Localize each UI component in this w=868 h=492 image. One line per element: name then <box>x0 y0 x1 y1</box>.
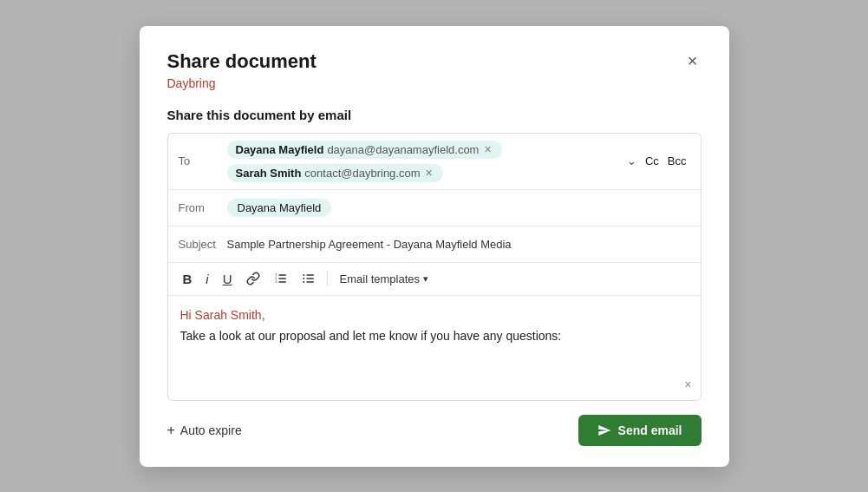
auto-expire-label: Auto expire <box>180 423 242 437</box>
expand-recipients-button[interactable]: ⌄ <box>623 153 640 169</box>
modal-header: Share document × <box>167 50 702 73</box>
share-document-modal: Share document × Daybring Share this doc… <box>140 26 729 467</box>
recipient-email-1: contact@daybring.com <box>304 167 420 180</box>
ordered-list-icon: 1 2 3 <box>274 272 288 285</box>
remove-recipient-1[interactable]: × <box>424 167 434 179</box>
to-row: To Dayana Mayfield dayana@dayanamayfield… <box>168 134 701 190</box>
bold-button[interactable]: B <box>177 268 199 290</box>
svg-point-10 <box>303 278 304 279</box>
italic-button[interactable]: i <box>199 268 214 290</box>
modal-subtitle: Daybring <box>167 76 702 90</box>
auto-expire-button[interactable]: + Auto expire <box>167 423 242 438</box>
scroll-down-button[interactable]: × <box>684 377 691 391</box>
svg-point-11 <box>303 281 304 283</box>
remove-recipient-0[interactable]: × <box>482 143 493 155</box>
link-icon <box>246 272 260 285</box>
recipient-tag-0: Dayana Mayfield dayana@dayanamayfield.co… <box>227 141 502 159</box>
email-line1: Take a look at our proposal and let me k… <box>180 329 689 343</box>
email-greeting: Hi Sarah Smith, <box>180 308 689 322</box>
to-label: To <box>179 154 227 167</box>
recipient-name-0: Dayana Mayfield <box>236 143 324 156</box>
email-templates-label: Email templates <box>340 272 420 285</box>
modal-footer: + Auto expire Send email <box>167 415 702 446</box>
recipient-name-1: Sarah Smith <box>236 167 302 180</box>
recipient-tag-1: Sarah Smith contact@daybring.com × <box>227 164 443 182</box>
link-button[interactable] <box>240 268 266 289</box>
svg-text:3: 3 <box>275 279 277 284</box>
recipient-email-0: dayana@dayanamayfield.com <box>327 143 479 156</box>
email-form: To Dayana Mayfield dayana@dayanamayfield… <box>167 133 702 401</box>
from-content: Dayana Mayfield <box>227 199 690 217</box>
send-email-button[interactable]: Send email <box>578 415 702 446</box>
to-row-actions: ⌄ Cc Bcc <box>623 153 690 169</box>
send-icon <box>597 423 611 437</box>
modal-overlay: Share document × Daybring Share this doc… <box>0 0 868 492</box>
plus-icon: + <box>167 423 175 438</box>
section-label: Share this document by email <box>167 108 702 122</box>
close-button[interactable]: × <box>684 50 702 71</box>
unordered-list-button[interactable] <box>296 268 322 289</box>
from-row: From Dayana Mayfield <box>168 190 701 226</box>
subject-content <box>227 238 690 251</box>
from-label: From <box>179 201 227 214</box>
bcc-button[interactable]: Bcc <box>664 153 690 169</box>
recipients-list: Dayana Mayfield dayana@dayanamayfield.co… <box>227 141 623 182</box>
cc-button[interactable]: Cc <box>642 153 662 169</box>
underline-button[interactable]: U <box>217 268 238 290</box>
subject-input[interactable] <box>227 238 690 251</box>
ordered-list-button[interactable]: 1 2 3 <box>268 268 294 289</box>
toolbar-separator <box>327 271 328 286</box>
modal-title: Share document <box>167 50 317 73</box>
chevron-down-icon: ▾ <box>423 273 428 285</box>
unordered-list-icon <box>302 272 316 285</box>
send-email-label: Send email <box>618 423 682 437</box>
subject-label: Subject <box>179 238 227 251</box>
from-tag: Dayana Mayfield <box>227 199 332 217</box>
email-body-area[interactable]: Hi Sarah Smith, Take a look at our propo… <box>168 296 701 400</box>
subject-row: Subject <box>168 226 701 263</box>
email-templates-button[interactable]: Email templates ▾ <box>333 269 435 289</box>
svg-point-9 <box>303 274 304 276</box>
toolbar-row: B i U 1 2 3 <box>168 263 701 296</box>
